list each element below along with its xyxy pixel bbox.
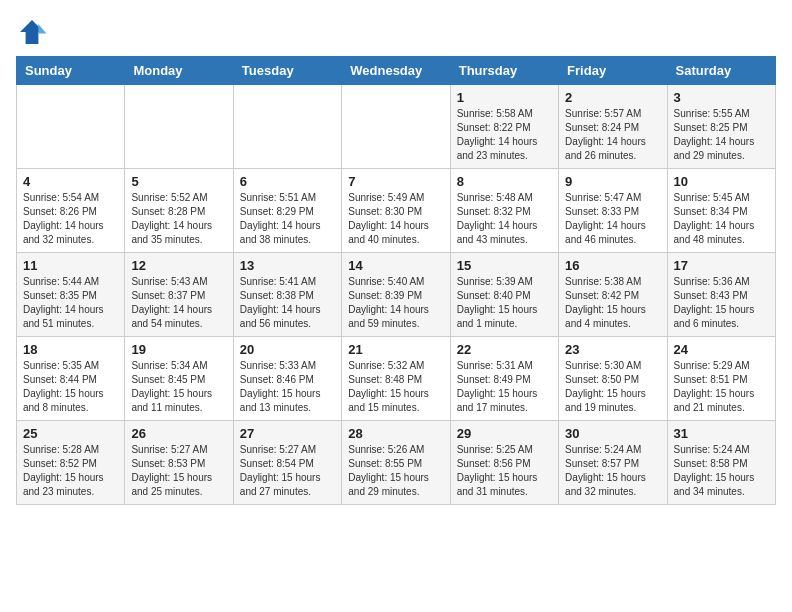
day-info: Sunrise: 5:36 AM Sunset: 8:43 PM Dayligh… [674,275,769,331]
day-number: 18 [23,342,118,357]
calendar-cell: 1Sunrise: 5:58 AM Sunset: 8:22 PM Daylig… [450,85,558,169]
day-number: 17 [674,258,769,273]
calendar-cell: 9Sunrise: 5:47 AM Sunset: 8:33 PM Daylig… [559,169,667,253]
day-info: Sunrise: 5:38 AM Sunset: 8:42 PM Dayligh… [565,275,660,331]
calendar-cell: 23Sunrise: 5:30 AM Sunset: 8:50 PM Dayli… [559,337,667,421]
calendar-cell: 3Sunrise: 5:55 AM Sunset: 8:25 PM Daylig… [667,85,775,169]
weekday-wednesday: Wednesday [342,57,450,85]
calendar-cell: 2Sunrise: 5:57 AM Sunset: 8:24 PM Daylig… [559,85,667,169]
day-info: Sunrise: 5:55 AM Sunset: 8:25 PM Dayligh… [674,107,769,163]
day-info: Sunrise: 5:27 AM Sunset: 8:53 PM Dayligh… [131,443,226,499]
calendar-cell: 21Sunrise: 5:32 AM Sunset: 8:48 PM Dayli… [342,337,450,421]
weekday-thursday: Thursday [450,57,558,85]
week-row-5: 25Sunrise: 5:28 AM Sunset: 8:52 PM Dayli… [17,421,776,505]
calendar-cell: 31Sunrise: 5:24 AM Sunset: 8:58 PM Dayli… [667,421,775,505]
day-info: Sunrise: 5:45 AM Sunset: 8:34 PM Dayligh… [674,191,769,247]
weekday-saturday: Saturday [667,57,775,85]
week-row-3: 11Sunrise: 5:44 AM Sunset: 8:35 PM Dayli… [17,253,776,337]
day-number: 12 [131,258,226,273]
day-number: 22 [457,342,552,357]
day-info: Sunrise: 5:24 AM Sunset: 8:57 PM Dayligh… [565,443,660,499]
calendar-cell: 17Sunrise: 5:36 AM Sunset: 8:43 PM Dayli… [667,253,775,337]
day-number: 9 [565,174,660,189]
day-info: Sunrise: 5:25 AM Sunset: 8:56 PM Dayligh… [457,443,552,499]
day-number: 5 [131,174,226,189]
day-info: Sunrise: 5:24 AM Sunset: 8:58 PM Dayligh… [674,443,769,499]
day-info: Sunrise: 5:39 AM Sunset: 8:40 PM Dayligh… [457,275,552,331]
day-number: 4 [23,174,118,189]
calendar-cell: 27Sunrise: 5:27 AM Sunset: 8:54 PM Dayli… [233,421,341,505]
day-info: Sunrise: 5:40 AM Sunset: 8:39 PM Dayligh… [348,275,443,331]
calendar-cell: 7Sunrise: 5:49 AM Sunset: 8:30 PM Daylig… [342,169,450,253]
day-info: Sunrise: 5:30 AM Sunset: 8:50 PM Dayligh… [565,359,660,415]
day-number: 30 [565,426,660,441]
weekday-monday: Monday [125,57,233,85]
day-number: 8 [457,174,552,189]
day-number: 21 [348,342,443,357]
day-info: Sunrise: 5:52 AM Sunset: 8:28 PM Dayligh… [131,191,226,247]
day-number: 29 [457,426,552,441]
calendar-cell: 4Sunrise: 5:54 AM Sunset: 8:26 PM Daylig… [17,169,125,253]
day-number: 3 [674,90,769,105]
week-row-4: 18Sunrise: 5:35 AM Sunset: 8:44 PM Dayli… [17,337,776,421]
day-number: 23 [565,342,660,357]
weekday-tuesday: Tuesday [233,57,341,85]
day-info: Sunrise: 5:48 AM Sunset: 8:32 PM Dayligh… [457,191,552,247]
calendar-cell: 5Sunrise: 5:52 AM Sunset: 8:28 PM Daylig… [125,169,233,253]
calendar-cell: 14Sunrise: 5:40 AM Sunset: 8:39 PM Dayli… [342,253,450,337]
calendar-cell: 8Sunrise: 5:48 AM Sunset: 8:32 PM Daylig… [450,169,558,253]
calendar-cell [233,85,341,169]
day-number: 27 [240,426,335,441]
day-number: 20 [240,342,335,357]
day-info: Sunrise: 5:51 AM Sunset: 8:29 PM Dayligh… [240,191,335,247]
day-info: Sunrise: 5:47 AM Sunset: 8:33 PM Dayligh… [565,191,660,247]
day-number: 16 [565,258,660,273]
day-number: 25 [23,426,118,441]
day-info: Sunrise: 5:28 AM Sunset: 8:52 PM Dayligh… [23,443,118,499]
calendar-table: SundayMondayTuesdayWednesdayThursdayFrid… [16,56,776,505]
week-row-1: 1Sunrise: 5:58 AM Sunset: 8:22 PM Daylig… [17,85,776,169]
day-info: Sunrise: 5:57 AM Sunset: 8:24 PM Dayligh… [565,107,660,163]
calendar-cell: 28Sunrise: 5:26 AM Sunset: 8:55 PM Dayli… [342,421,450,505]
calendar-cell: 24Sunrise: 5:29 AM Sunset: 8:51 PM Dayli… [667,337,775,421]
calendar-cell: 22Sunrise: 5:31 AM Sunset: 8:49 PM Dayli… [450,337,558,421]
day-info: Sunrise: 5:26 AM Sunset: 8:55 PM Dayligh… [348,443,443,499]
day-number: 28 [348,426,443,441]
svg-marker-1 [38,24,46,34]
day-info: Sunrise: 5:44 AM Sunset: 8:35 PM Dayligh… [23,275,118,331]
calendar-cell [17,85,125,169]
calendar-cell: 6Sunrise: 5:51 AM Sunset: 8:29 PM Daylig… [233,169,341,253]
calendar-cell: 26Sunrise: 5:27 AM Sunset: 8:53 PM Dayli… [125,421,233,505]
day-number: 31 [674,426,769,441]
day-info: Sunrise: 5:27 AM Sunset: 8:54 PM Dayligh… [240,443,335,499]
weekday-sunday: Sunday [17,57,125,85]
calendar-cell: 30Sunrise: 5:24 AM Sunset: 8:57 PM Dayli… [559,421,667,505]
day-number: 7 [348,174,443,189]
day-info: Sunrise: 5:54 AM Sunset: 8:26 PM Dayligh… [23,191,118,247]
day-number: 15 [457,258,552,273]
day-info: Sunrise: 5:35 AM Sunset: 8:44 PM Dayligh… [23,359,118,415]
day-info: Sunrise: 5:43 AM Sunset: 8:37 PM Dayligh… [131,275,226,331]
calendar-cell: 29Sunrise: 5:25 AM Sunset: 8:56 PM Dayli… [450,421,558,505]
day-number: 2 [565,90,660,105]
day-number: 11 [23,258,118,273]
weekday-header-row: SundayMondayTuesdayWednesdayThursdayFrid… [17,57,776,85]
calendar-cell: 12Sunrise: 5:43 AM Sunset: 8:37 PM Dayli… [125,253,233,337]
day-number: 10 [674,174,769,189]
calendar-cell: 18Sunrise: 5:35 AM Sunset: 8:44 PM Dayli… [17,337,125,421]
day-info: Sunrise: 5:34 AM Sunset: 8:45 PM Dayligh… [131,359,226,415]
day-number: 19 [131,342,226,357]
calendar-cell: 15Sunrise: 5:39 AM Sunset: 8:40 PM Dayli… [450,253,558,337]
calendar-cell: 13Sunrise: 5:41 AM Sunset: 8:38 PM Dayli… [233,253,341,337]
day-info: Sunrise: 5:31 AM Sunset: 8:49 PM Dayligh… [457,359,552,415]
day-number: 26 [131,426,226,441]
day-info: Sunrise: 5:49 AM Sunset: 8:30 PM Dayligh… [348,191,443,247]
day-number: 24 [674,342,769,357]
week-row-2: 4Sunrise: 5:54 AM Sunset: 8:26 PM Daylig… [17,169,776,253]
day-number: 14 [348,258,443,273]
calendar-cell: 25Sunrise: 5:28 AM Sunset: 8:52 PM Dayli… [17,421,125,505]
calendar-cell: 11Sunrise: 5:44 AM Sunset: 8:35 PM Dayli… [17,253,125,337]
calendar-cell [125,85,233,169]
logo-icon [16,16,48,48]
calendar-cell: 16Sunrise: 5:38 AM Sunset: 8:42 PM Dayli… [559,253,667,337]
